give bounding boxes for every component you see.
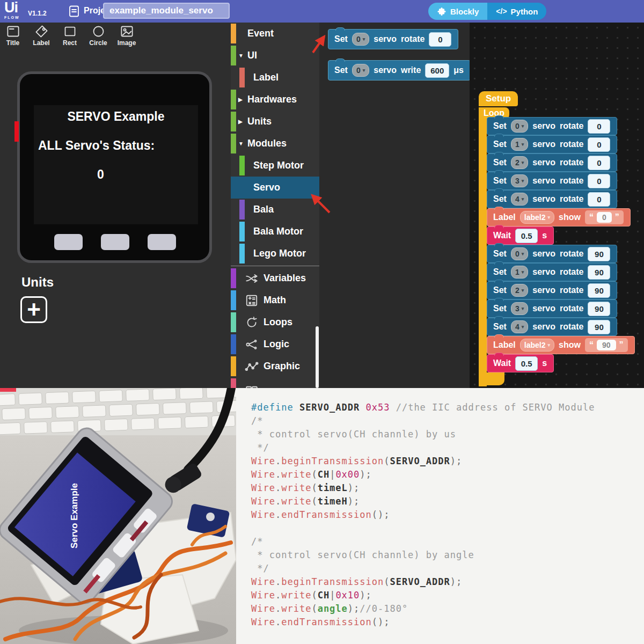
value-slot[interactable]: 90 (588, 247, 610, 261)
channel-dropdown[interactable]: 4▾ (511, 193, 528, 206)
channel-dropdown[interactable]: 3▾ (511, 302, 528, 315)
channel-dropdown[interactable]: 0▾ (511, 120, 528, 133)
device-red-indicator (14, 121, 19, 142)
servo-block[interactable]: Set0▾servorotate0 (328, 29, 458, 49)
text-slot[interactable]: “0” (585, 210, 624, 224)
device-button-b[interactable] (101, 234, 129, 250)
block-text: Label (493, 340, 516, 350)
servo-block[interactable]: Set0▾servowrite600μs (328, 60, 471, 80)
toolbox-item-units[interactable]: ▶Units (231, 111, 319, 133)
code-line: Wire.beginTransmission(SERVO_ADDR); (251, 456, 644, 469)
device-button-c[interactable] (148, 234, 176, 250)
python-mode-button[interactable]: </> Python (487, 3, 546, 20)
block-text: s (542, 358, 547, 368)
toolbox-item-bala[interactable]: Bala (231, 199, 319, 221)
channel-dropdown[interactable]: 3▾ (511, 174, 528, 187)
toolbox-scrollbar[interactable] (316, 326, 319, 388)
toolbox-item-servo[interactable]: Servo (231, 177, 319, 199)
loop-block-spine (479, 107, 487, 386)
dropdown-caret-icon: ▾ (548, 215, 551, 220)
code-token: ); (348, 482, 360, 493)
toolbox-item-graphic[interactable]: Graphic (231, 355, 319, 377)
servo-block[interactable]: Set1▾servorotate90 (487, 263, 617, 281)
toolbox-item-lego-motor[interactable]: Lego Motor (231, 243, 319, 265)
channel-dropdown[interactable]: 0▾ (511, 247, 528, 260)
toolbox-item-ui[interactable]: ▼UI (231, 45, 319, 67)
channel-dropdown[interactable]: 0▾ (352, 33, 369, 46)
blockly-mode-button[interactable]: Blockly (428, 3, 487, 20)
toolbox-item-label[interactable]: Label (231, 67, 319, 89)
value-slot[interactable]: 0 (588, 174, 610, 188)
setup-tab[interactable]: Setup (479, 91, 518, 106)
wait-block[interactable]: Wait0.5s (487, 354, 554, 372)
block-text: Wait (493, 231, 511, 240)
toolbox-item-logic[interactable]: Logic (231, 333, 319, 355)
tool-label[interactable]: Label (30, 24, 53, 47)
value-slot[interactable]: 0 (588, 137, 610, 152)
servo-block[interactable]: Set0▾servorotate90 (487, 245, 617, 263)
servo-block[interactable]: Set2▾servorotate90 (487, 281, 617, 299)
tool-image[interactable]: Image (115, 24, 138, 47)
channel-dropdown[interactable]: 0▾ (352, 64, 369, 77)
screen-title: SERVO Example (34, 109, 198, 124)
device-button-a[interactable] (54, 234, 83, 250)
tool-rect[interactable]: Rect (58, 24, 82, 47)
code-token: ); (450, 456, 462, 466)
wait-block[interactable]: Wait0.5s (487, 226, 554, 245)
channel-dropdown[interactable]: 2▾ (511, 156, 528, 169)
project-name-input[interactable] (103, 3, 230, 19)
servo-block[interactable]: Set2▾servorotate0 (487, 153, 617, 172)
label-dropdown[interactable]: label2▾ (520, 339, 554, 352)
servo-block[interactable]: Set3▾servorotate0 (487, 172, 617, 190)
value-slot[interactable]: 90 (588, 265, 610, 280)
toolbox-item-event[interactable]: Event (231, 23, 319, 45)
value-slot[interactable]: 0 (429, 32, 451, 47)
code-token: CH (318, 590, 330, 601)
block-text: s (542, 231, 547, 240)
value-slot[interactable]: 0 (588, 156, 610, 170)
value-slot[interactable]: 90 (588, 320, 610, 334)
value-slot[interactable]: 0.5 (515, 229, 538, 243)
channel-dropdown[interactable]: 1▾ (511, 138, 528, 151)
add-unit-button[interactable]: + (20, 296, 47, 323)
tool-circle[interactable]: Circle (86, 24, 110, 47)
block-text: Set (493, 322, 507, 332)
servo-block[interactable]: Set3▾servorotate90 (487, 299, 617, 318)
code-token: write (281, 469, 311, 480)
value-slot[interactable]: 0 (588, 192, 610, 207)
dropdown-caret-icon: ▾ (522, 251, 524, 257)
toolbox-item-variables[interactable]: Variables (231, 267, 319, 289)
toolbox-item-partial[interactable] (231, 377, 319, 388)
block-text: rotate (560, 304, 583, 313)
servo-block[interactable]: Set1▾servorotate0 (487, 135, 617, 153)
toolbox-item-math[interactable]: Math (231, 289, 319, 311)
value-slot[interactable]: 90 (588, 302, 610, 316)
tag-icon (34, 24, 49, 39)
toolbox-item-modules[interactable]: ▼Modules (231, 133, 319, 155)
toolbox-item-bala-motor[interactable]: Bala Motor (231, 221, 319, 243)
label-block[interactable]: Labellabel2▾show“0” (487, 208, 631, 226)
toolbox-item-hardwares[interactable]: ▶Hardwares (231, 89, 319, 111)
value-slot[interactable]: 0 (588, 119, 610, 134)
shuffle-icon (245, 272, 259, 286)
tool-title[interactable]: Title (1, 24, 25, 47)
tool-label: Title (1, 39, 25, 47)
value-slot[interactable]: 90 (588, 283, 610, 298)
toolbox-item-loops[interactable]: Loops (231, 311, 319, 333)
servo-block[interactable]: Set4▾servorotate0 (487, 190, 617, 208)
text-slot[interactable]: “90” (585, 338, 628, 352)
category-label: Lego Motor (253, 248, 306, 259)
channel-dropdown[interactable]: 4▾ (511, 320, 528, 333)
python-label: Python (511, 7, 538, 16)
blockly-workspace[interactable]: Setup Loop Set0▾servorotate0Set1▾servoro… (470, 23, 644, 388)
label-block[interactable]: Labellabel2▾show“90” (487, 336, 635, 354)
value-slot[interactable]: 600 (425, 63, 449, 78)
label-dropdown[interactable]: label2▾ (520, 211, 554, 224)
servo-block[interactable]: Set0▾servorotate0 (487, 117, 617, 135)
channel-dropdown[interactable]: 1▾ (511, 266, 528, 279)
channel-dropdown[interactable]: 2▾ (511, 284, 528, 297)
code-token: ); (348, 496, 360, 507)
toolbox-item-step-motor[interactable]: Step Motor (231, 155, 319, 177)
servo-block[interactable]: Set4▾servorotate90 (487, 318, 617, 336)
value-slot[interactable]: 0.5 (515, 356, 538, 371)
